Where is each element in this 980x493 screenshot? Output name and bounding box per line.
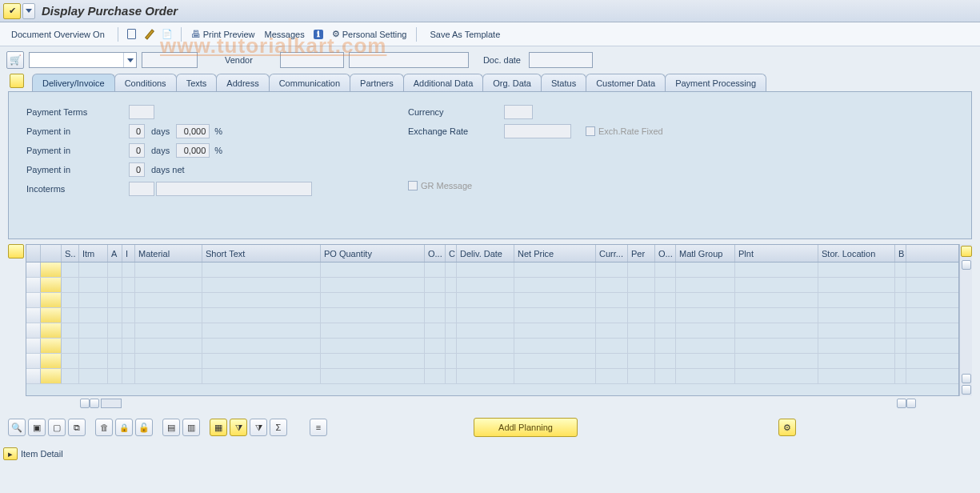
sort-button[interactable]: ⧩	[250, 419, 267, 436]
scroll-left-button[interactable]	[80, 399, 90, 408]
vendor-code-field[interactable]	[280, 52, 344, 68]
expand-button[interactable]: ▤	[162, 419, 180, 436]
scroll-left-end-button[interactable]	[897, 399, 906, 408]
column-header-material[interactable]: Material	[135, 245, 202, 262]
payment-terms-field[interactable]	[129, 105, 154, 119]
column-header-plnt[interactable]: Plnt	[735, 245, 818, 262]
copy-button[interactable]: ⧉	[68, 419, 86, 436]
vendor-name-field[interactable]	[349, 52, 469, 68]
days-net-label: days net	[145, 165, 191, 174]
unlock-button[interactable]: 🔓	[135, 419, 153, 436]
column-header-rowsel[interactable]	[26, 245, 41, 262]
column-header-s[interactable]: S..	[62, 245, 79, 262]
save-as-template-button[interactable]: Save As Template	[423, 27, 506, 42]
scroll-right-end-button[interactable]	[906, 399, 916, 408]
doc-date-field[interactable]	[529, 52, 593, 68]
column-header-matlgrp[interactable]: Matl Group	[676, 245, 735, 262]
personal-setting-button[interactable]: ⚙ Personal Setting	[329, 29, 410, 39]
column-header-a[interactable]: A	[108, 245, 122, 262]
addl-planning-button[interactable]: Addl Planning	[474, 418, 578, 437]
tab-status[interactable]: Status	[541, 74, 586, 91]
po-number-field[interactable]	[142, 52, 198, 68]
print-preview-label: Print Preview	[203, 30, 255, 39]
column-header-deliv[interactable]: Deliv. Date	[457, 245, 514, 262]
column-header-curr[interactable]: Curr...	[596, 245, 628, 262]
column-header-storloc[interactable]: Stor. Location	[818, 245, 895, 262]
delete-button[interactable]	[95, 419, 113, 436]
messages-button[interactable]: Messages	[262, 30, 308, 39]
table-row[interactable]	[26, 369, 958, 384]
addl-planning-label: Addl Planning	[498, 423, 553, 432]
gr-message-checkbox[interactable]	[408, 181, 418, 190]
tab-additional-data[interactable]: Additional Data	[403, 74, 484, 91]
grid-horizontal-scrollbar[interactable]	[0, 396, 980, 411]
payment-1-pct-field[interactable]: 0,000	[176, 124, 210, 138]
column-header-b[interactable]: B	[895, 245, 906, 262]
table-row[interactable]	[26, 308, 958, 323]
table-row[interactable]	[26, 339, 958, 354]
tab-conditions[interactable]: Conditions	[114, 74, 177, 91]
tab-texts[interactable]: Texts	[176, 74, 218, 91]
scroll-up-button[interactable]	[962, 260, 971, 270]
table-row[interactable]	[26, 323, 958, 339]
collapse-header-icon[interactable]	[10, 74, 24, 88]
tab-address[interactable]: Address	[216, 74, 269, 91]
tab-partners[interactable]: Partners	[350, 74, 404, 91]
tab-payment-processing[interactable]: Payment Processing	[665, 74, 766, 91]
app-menu-dropdown[interactable]	[22, 3, 35, 19]
tab-customer-data[interactable]: Customer Data	[586, 74, 666, 91]
create-icon[interactable]	[125, 27, 139, 42]
column-header-i[interactable]: I	[122, 245, 135, 262]
sum-button[interactable]: Σ	[270, 419, 287, 436]
collapse-button[interactable]: ▥	[182, 419, 200, 436]
currency-field[interactable]	[504, 105, 533, 119]
column-header-netprice[interactable]: Net Price	[514, 245, 596, 262]
document-overview-button[interactable]: Document Overview On	[5, 27, 111, 42]
lock-button[interactable]	[115, 419, 133, 436]
table-row[interactable]	[26, 278, 958, 293]
print-preview-button[interactable]: Print Preview	[188, 29, 258, 40]
scroll-track[interactable]	[101, 399, 122, 408]
cart-icon[interactable]	[6, 51, 24, 69]
column-header-itm[interactable]: Itm	[79, 245, 108, 262]
scroll-right-button[interactable]	[90, 399, 99, 408]
exch-rate-fixed-checkbox[interactable]	[586, 126, 595, 136]
column-header-o2[interactable]: O...	[655, 245, 676, 262]
scroll-down-button[interactable]	[962, 374, 971, 383]
config-icon-button[interactable]: ⚙	[778, 419, 796, 436]
payment-3-days-field[interactable]: 0	[129, 162, 145, 177]
column-header-yellow[interactable]	[41, 245, 62, 262]
column-header-poqty[interactable]: PO Quantity	[321, 245, 425, 262]
grid-vertical-scrollbar[interactable]	[959, 244, 972, 396]
scroll-down2-button[interactable]	[962, 385, 971, 395]
other-po-icon[interactable]: 📄	[160, 27, 174, 42]
filter-1-button[interactable]: ▦	[210, 419, 227, 436]
table-row[interactable]	[26, 263, 958, 278]
collapse-items-icon[interactable]	[8, 244, 24, 259]
table-row[interactable]	[26, 293, 958, 308]
incoterms-text-field[interactable]	[156, 182, 312, 196]
exchange-rate-field[interactable]	[504, 124, 571, 138]
column-header-per[interactable]: Per	[628, 245, 655, 262]
change-icon[interactable]	[142, 27, 157, 42]
tab-communication[interactable]: Communication	[269, 74, 350, 91]
filter-2-button[interactable]: ⧩	[230, 419, 247, 436]
item-detail-toggle[interactable]: ▸ Item Detail	[3, 447, 977, 460]
payment-1-days-field[interactable]: 0	[129, 124, 145, 138]
detail-icon-button[interactable]	[8, 419, 26, 436]
info-icon[interactable]	[311, 27, 326, 42]
incoterms-code-field[interactable]	[129, 182, 154, 196]
payment-2-days-field[interactable]: 0	[129, 143, 145, 158]
deselect-all-button[interactable]: ▢	[48, 419, 66, 436]
doc-type-dropdown[interactable]	[29, 52, 137, 68]
tab-delivery-invoice[interactable]: Delivery/Invoice	[32, 74, 115, 91]
default-values-button[interactable]: ≡	[310, 419, 327, 436]
select-all-button[interactable]: ▣	[28, 419, 46, 436]
grid-settings-icon[interactable]	[961, 246, 972, 257]
column-header-short[interactable]: Short Text	[202, 245, 321, 262]
column-header-c[interactable]: C	[446, 245, 457, 262]
column-header-o1[interactable]: O...	[425, 245, 446, 262]
tab-org-data[interactable]: Org. Data	[482, 74, 542, 91]
table-row[interactable]	[26, 354, 958, 369]
payment-2-pct-field[interactable]: 0,000	[176, 143, 210, 158]
